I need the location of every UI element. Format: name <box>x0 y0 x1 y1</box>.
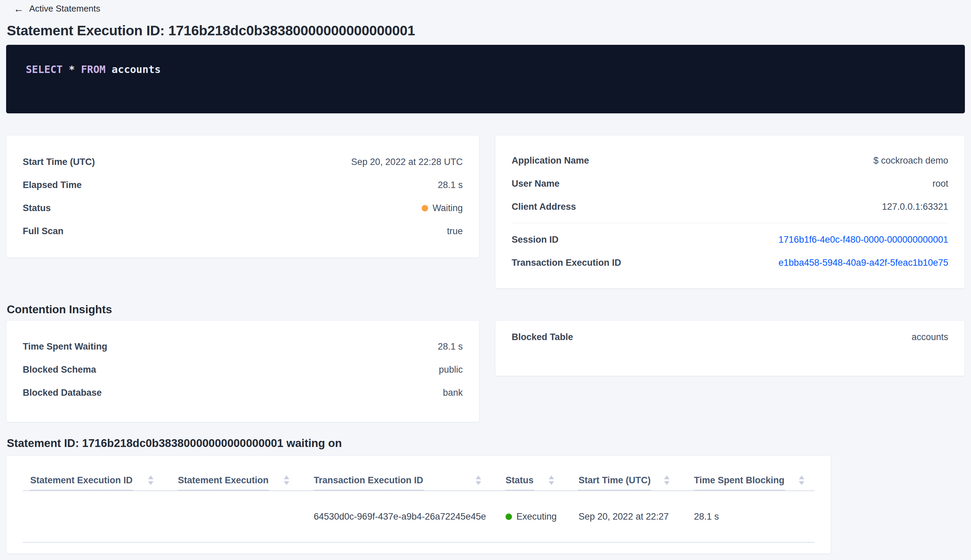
waiting-on-heading: Statement ID: 1716b218dc0b38380000000000… <box>7 437 971 450</box>
back-link[interactable]: ← Active Statements <box>0 0 100 14</box>
blocked-table-row: Blocked Table accounts <box>512 325 948 348</box>
column-header-start-time[interactable]: Start Time (UTC) <box>571 475 686 490</box>
sort-carets-icon[interactable] <box>284 475 289 485</box>
sort-carets-icon[interactable] <box>475 475 481 485</box>
sort-carets-icon[interactable] <box>549 475 554 485</box>
table-row: 64530d0c-969f-437e-a9b4-26a72245e45e Exe… <box>23 491 814 543</box>
status-value: Waiting <box>422 203 463 213</box>
elapsed-time-row: Elapsed Time 28.1 s <box>23 173 463 197</box>
contention-cards-row: Time Spent Waiting 28.1 s Blocked Schema… <box>6 320 965 422</box>
status-row: Status Waiting <box>23 197 463 220</box>
status-label: Status <box>23 203 51 213</box>
full-scan-label: Full Scan <box>23 226 63 237</box>
application-name-row: Application Name $ cockroach demo <box>512 149 948 172</box>
session-card: Application Name $ cockroach demo User N… <box>495 135 965 288</box>
column-header-statement-execution-label: Statement Execution <box>178 475 269 490</box>
client-address-value: 127.0.0.1:63321 <box>882 202 948 212</box>
column-header-transaction-execution-id-label: Transaction Execution ID <box>314 475 423 490</box>
sql-keyword-select: SELECT <box>26 63 62 75</box>
start-time-label: Start Time (UTC) <box>23 157 95 167</box>
column-header-time-spent-blocking-label: Time Spent Blocking <box>694 475 784 490</box>
sort-caret-up-icon <box>284 475 289 479</box>
start-time-value: Sep 20, 2022 at 22:28 UTC <box>351 157 463 167</box>
back-link-label: Active Statements <box>29 3 100 14</box>
sql-star-operator: * <box>62 63 81 75</box>
sort-caret-up-icon <box>799 475 804 479</box>
column-header-time-spent-blocking[interactable]: Time Spent Blocking <box>686 475 814 490</box>
waiting-status-dot-icon <box>422 205 428 212</box>
blocked-schema-row: Blocked Schema public <box>23 358 463 381</box>
blocked-schema-label: Blocked Schema <box>23 365 96 375</box>
column-header-statement-execution-id[interactable]: Statement Execution ID <box>23 475 170 490</box>
sort-caret-up-icon <box>549 475 554 479</box>
user-name-label: User Name <box>512 178 559 189</box>
user-name-row: User Name root <box>512 172 948 195</box>
sort-caret-down-icon <box>549 481 554 485</box>
sort-caret-down-icon <box>148 481 153 485</box>
transaction-execution-id-link[interactable]: e1bba458-5948-40a9-a42f-5feac1b10e75 <box>779 258 948 268</box>
column-header-statement-execution-id-label: Statement Execution ID <box>30 475 133 490</box>
blocked-database-row: Blocked Database bank <box>23 381 463 404</box>
waiting-on-table: Statement Execution ID Statement Executi… <box>6 455 831 554</box>
sort-caret-up-icon <box>148 475 153 479</box>
application-name-label: Application Name <box>512 155 589 166</box>
application-name-value: $ cockroach demo <box>873 155 948 166</box>
client-address-row: Client Address 127.0.0.1:63321 <box>512 195 948 218</box>
blocked-table-card: Blocked Table accounts <box>495 320 965 376</box>
blocked-table-value: accounts <box>912 332 948 342</box>
overview-card: Start Time (UTC) Sep 20, 2022 at 22:28 U… <box>6 135 479 258</box>
status-value-text: Waiting <box>432 203 463 213</box>
column-header-status-label: Status <box>506 475 534 490</box>
executing-status-text: Executing <box>516 512 557 522</box>
blocked-database-value: bank <box>443 388 463 398</box>
cell-transaction-execution-id: 64530d0c-969f-437e-a9b4-26a72245e45e <box>306 512 498 522</box>
cell-start-time: Sep 20, 2022 at 22:27 <box>571 512 686 522</box>
user-name-value: root <box>932 178 948 189</box>
client-address-label: Client Address <box>512 202 576 212</box>
session-card-divider <box>512 223 948 223</box>
sort-caret-down-icon <box>664 481 669 485</box>
column-header-start-time-label: Start Time (UTC) <box>579 475 651 490</box>
cell-status: Executing <box>498 512 571 522</box>
summary-cards-row: Start Time (UTC) Sep 20, 2022 at 22:28 U… <box>6 135 965 288</box>
sort-caret-up-icon <box>664 475 669 479</box>
statement-execution-page: ← Active Statements Statement Execution … <box>0 0 971 560</box>
sql-table-name: accounts <box>105 63 161 75</box>
column-header-statement-execution[interactable]: Statement Execution <box>170 475 306 490</box>
sort-caret-up-icon <box>475 475 481 479</box>
sort-caret-down-icon <box>284 481 289 485</box>
blocked-table-label: Blocked Table <box>512 332 573 342</box>
transaction-execution-id-label: Transaction Execution ID <box>512 258 621 268</box>
contention-insights-heading: Contention Insights <box>7 303 971 316</box>
session-id-link[interactable]: 1716b1f6-4e0c-f480-0000-000000000001 <box>779 235 948 245</box>
column-header-transaction-execution-id[interactable]: Transaction Execution ID <box>306 475 498 490</box>
transaction-execution-id-row: Transaction Execution ID e1bba458-5948-4… <box>512 251 948 274</box>
cell-time-spent-blocking: 28.1 s <box>686 512 814 522</box>
contention-card: Time Spent Waiting 28.1 s Blocked Schema… <box>6 320 479 422</box>
sort-caret-down-icon <box>799 481 804 485</box>
blocked-schema-value: public <box>439 365 463 375</box>
waiting-on-table-header: Statement Execution ID Statement Executi… <box>23 456 814 491</box>
sort-caret-down-icon <box>475 481 481 485</box>
executing-status: Executing <box>506 512 571 522</box>
start-time-row: Start Time (UTC) Sep 20, 2022 at 22:28 U… <box>23 150 463 173</box>
executing-status-dot-icon <box>506 513 512 520</box>
full-scan-value: true <box>447 226 463 237</box>
sort-carets-icon[interactable] <box>799 475 804 485</box>
sql-statement-box: SELECT * FROM accounts <box>6 45 965 113</box>
column-header-status[interactable]: Status <box>498 475 571 490</box>
time-spent-waiting-value: 28.1 s <box>438 342 463 352</box>
session-id-row: Session ID 1716b1f6-4e0c-f480-0000-00000… <box>512 228 948 251</box>
sort-carets-icon[interactable] <box>148 475 153 485</box>
session-id-label: Session ID <box>512 235 559 245</box>
sql-keyword-from: FROM <box>81 63 105 75</box>
blocked-database-label: Blocked Database <box>23 388 102 398</box>
elapsed-time-label: Elapsed Time <box>23 180 82 190</box>
full-scan-row: Full Scan true <box>23 220 463 243</box>
elapsed-time-value: 28.1 s <box>438 180 463 190</box>
back-arrow-icon: ← <box>13 4 24 14</box>
time-spent-waiting-label: Time Spent Waiting <box>23 342 107 352</box>
page-title: Statement Execution ID: 1716b218dc0b3838… <box>7 23 971 39</box>
time-spent-waiting-row: Time Spent Waiting 28.1 s <box>23 335 463 358</box>
sort-carets-icon[interactable] <box>664 475 669 485</box>
